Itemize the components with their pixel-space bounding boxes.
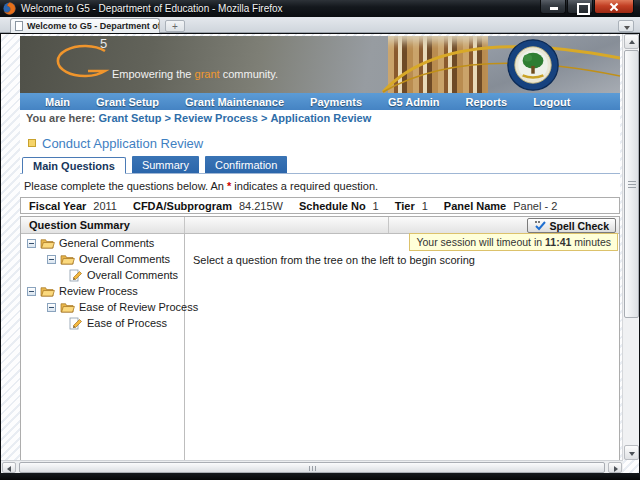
page-icon: [15, 21, 23, 31]
collapse-icon[interactable]: [47, 255, 56, 264]
breadcrumb-link-review-process[interactable]: Review Process: [174, 112, 258, 124]
window-titlebar: Welcome to G5 - Department of Education …: [0, 0, 640, 17]
horizontal-scrollbar[interactable]: [1, 460, 623, 473]
tree-item-label: Ease of Review Process: [79, 301, 198, 313]
page-title: Conduct Application Review: [42, 136, 203, 151]
browser-tab[interactable]: Welcome to G5 - Department of Edu...: [10, 18, 160, 33]
question-tree: General Comments Overall Comments: [21, 235, 184, 331]
tree-item-ease-of-process-question[interactable]: Ease of Process: [21, 315, 184, 331]
tab-main-questions[interactable]: Main Questions: [22, 157, 126, 174]
horizontal-scroll-thumb[interactable]: [19, 462, 605, 473]
tree-item-overall-comments-question[interactable]: Overall Comments: [21, 267, 184, 283]
browser-tab-title: Welcome to G5 - Department of Edu...: [27, 21, 160, 31]
tier-value: 1: [422, 200, 428, 212]
nav-item-g5-admin[interactable]: G5 Admin: [375, 96, 453, 108]
tree-item-review-process[interactable]: Review Process: [21, 283, 184, 299]
scroll-left-button[interactable]: [2, 462, 16, 473]
breadcrumb-link-application-review[interactable]: Application Review: [270, 112, 371, 124]
page-content: 5 Empowering the grant community.: [20, 36, 620, 466]
tree-item-label: Ease of Process: [87, 317, 167, 329]
tree-item-label: General Comments: [59, 237, 154, 249]
main-navbar: Main Grant Setup Grant Maintenance Payme…: [20, 93, 620, 110]
spell-check-icon: [534, 220, 546, 231]
question-pencil-icon: [69, 317, 83, 330]
review-info-bar: Fiscal Year 2011 CFDA/Subprogram 84.215W…: [20, 197, 620, 214]
cfda-subprogram-value: 84.215W: [239, 200, 283, 212]
browser-window: Welcome to G5 - Department of Education …: [0, 0, 640, 480]
window-title: Welcome to G5 - Department of Education …: [21, 3, 283, 14]
nav-item-main[interactable]: Main: [20, 96, 83, 108]
panel-divider: [184, 234, 185, 465]
tree-item-label: Overall Comments: [79, 253, 170, 265]
firefox-icon: [3, 2, 16, 15]
page-tabstrip: Main Questions Summary Confirmation: [20, 157, 620, 174]
breadcrumb-link-grant-setup[interactable]: Grant Setup: [99, 112, 162, 124]
browser-viewport: 5 Empowering the grant community.: [1, 34, 639, 473]
tree-item-ease-of-review-process[interactable]: Ease of Review Process: [21, 299, 184, 315]
tree-item-overall-comments-folder[interactable]: Overall Comments: [21, 251, 184, 267]
scroll-up-button[interactable]: [624, 34, 639, 49]
scroll-down-button[interactable]: [624, 445, 639, 460]
nav-item-logout[interactable]: Logout: [520, 96, 583, 108]
nav-item-grant-maintenance[interactable]: Grant Maintenance: [172, 96, 297, 108]
browser-tabbar: Welcome to G5 - Department of Edu... +: [0, 17, 640, 33]
bullet-icon: [28, 139, 36, 147]
tree-item-label: Overall Comments: [87, 269, 178, 281]
doe-seal-icon: [507, 39, 559, 91]
new-tab-button[interactable]: +: [165, 20, 185, 32]
tree-item-general-comments[interactable]: General Comments: [21, 235, 184, 251]
close-button[interactable]: [594, 0, 634, 14]
question-pencil-icon: [69, 269, 83, 282]
gold-swoosh: [375, 36, 620, 93]
folder-icon: [40, 237, 55, 249]
folder-icon: [40, 285, 55, 297]
nav-item-grant-setup[interactable]: Grant Setup: [83, 96, 172, 108]
vertical-scroll-thumb[interactable]: [624, 50, 639, 318]
folder-icon: [60, 301, 75, 313]
scroll-right-button[interactable]: [608, 462, 622, 473]
panel-name-value: Panel - 2: [513, 200, 557, 212]
vertical-scrollbar[interactable]: [622, 34, 639, 460]
session-timeout-value: 11:41: [545, 236, 571, 248]
question-summary-header: Question Summary Spell Check: [21, 217, 619, 234]
instruction-text: Please complete the questions below. An …: [24, 180, 620, 192]
window-bottom-border: [0, 473, 640, 480]
minimize-button[interactable]: [540, 0, 566, 14]
collapse-icon[interactable]: [47, 303, 56, 312]
collapse-icon[interactable]: [27, 287, 36, 296]
g5-logo-number: 5: [100, 36, 107, 51]
g5-banner: 5 Empowering the grant community.: [20, 36, 620, 93]
nav-item-payments[interactable]: Payments: [297, 96, 375, 108]
spell-check-button[interactable]: Spell Check: [527, 218, 616, 233]
collapse-icon[interactable]: [27, 239, 36, 248]
list-tabs-button[interactable]: [618, 20, 634, 32]
tab-confirmation[interactable]: Confirmation: [205, 156, 287, 173]
tree-item-label: Review Process: [59, 285, 138, 297]
maximize-button[interactable]: [567, 0, 593, 14]
banner-tagline: Empowering the grant community.: [112, 68, 278, 80]
fiscal-year-value: 2011: [93, 200, 117, 212]
question-summary-panel: Question Summary Spell Check: [20, 216, 620, 466]
breadcrumb: You are here: Grant Setup > Review Proce…: [20, 110, 620, 126]
nav-item-reports[interactable]: Reports: [453, 96, 521, 108]
scoring-instruction-message: Select a question from the tree on the l…: [193, 254, 475, 266]
schedule-no-value: 1: [373, 200, 379, 212]
session-timeout-notice: Your session will timeout in 11:41 minut…: [409, 233, 618, 251]
folder-icon: [60, 253, 75, 265]
tab-summary[interactable]: Summary: [132, 156, 199, 173]
